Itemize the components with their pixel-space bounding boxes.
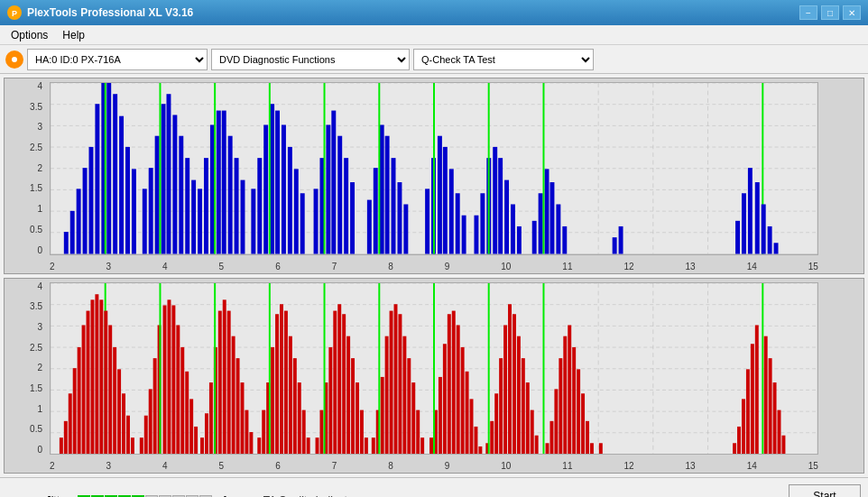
svg-rect-66 — [282, 124, 286, 253]
svg-rect-200 — [302, 410, 306, 454]
svg-rect-82 — [385, 136, 390, 254]
svg-rect-100 — [504, 180, 509, 254]
svg-rect-264 — [586, 420, 589, 454]
svg-rect-194 — [275, 314, 279, 454]
svg-rect-231 — [439, 376, 442, 454]
svg-rect-183 — [227, 310, 231, 454]
svg-rect-203 — [319, 410, 323, 454]
svg-rect-159 — [122, 393, 125, 454]
svg-rect-275 — [769, 358, 772, 454]
svg-rect-111 — [619, 226, 623, 254]
svg-rect-214 — [365, 437, 368, 454]
svg-rect-99 — [498, 158, 503, 253]
svg-rect-225 — [411, 382, 415, 454]
title-bar: P PlexTools Professional XL V3.16 − □ ✕ — [0, 0, 868, 25]
svg-rect-107 — [549, 182, 554, 253]
svg-rect-146 — [69, 393, 72, 454]
svg-rect-184 — [232, 336, 235, 454]
svg-rect-217 — [381, 376, 384, 454]
svg-rect-172 — [180, 346, 184, 454]
svg-rect-239 — [474, 426, 477, 454]
svg-rect-249 — [517, 336, 521, 454]
svg-rect-79 — [374, 168, 378, 253]
svg-rect-78 — [367, 200, 372, 254]
svg-rect-174 — [189, 399, 193, 454]
svg-rect-72 — [326, 124, 330, 253]
svg-rect-186 — [241, 382, 245, 454]
svg-rect-197 — [289, 336, 292, 454]
svg-rect-220 — [390, 310, 393, 454]
svg-rect-201 — [307, 437, 310, 454]
menu-options[interactable]: Options — [4, 27, 55, 43]
svg-rect-192 — [271, 346, 274, 454]
svg-rect-238 — [470, 399, 474, 454]
svg-rect-43 — [155, 136, 160, 254]
svg-rect-188 — [249, 432, 253, 454]
svg-rect-46 — [166, 94, 171, 253]
svg-rect-109 — [562, 226, 567, 254]
svg-rect-212 — [356, 382, 359, 454]
svg-rect-271 — [751, 344, 754, 454]
svg-rect-97 — [493, 147, 497, 254]
svg-rect-105 — [545, 169, 549, 253]
ta-quality-panel: TA Quality Indicator: Not Good — [263, 494, 360, 498]
minimize-button[interactable]: − — [799, 5, 817, 20]
svg-rect-74 — [331, 111, 336, 254]
svg-rect-91 — [449, 169, 454, 253]
svg-rect-177 — [205, 413, 208, 454]
metrics-left: Jitter: 4 Peak Shift: — [7, 494, 227, 498]
drive-select[interactable]: HA:0 ID:0 PX-716A — [27, 49, 208, 70]
svg-rect-158 — [117, 369, 121, 454]
svg-rect-253 — [535, 435, 539, 454]
svg-rect-181 — [218, 310, 222, 454]
svg-rect-277 — [778, 410, 781, 454]
svg-rect-30 — [77, 189, 81, 253]
svg-rect-65 — [275, 111, 280, 254]
svg-rect-276 — [773, 382, 777, 454]
test-select[interactable]: Q-Check TA Test — [413, 49, 594, 70]
svg-rect-278 — [781, 435, 785, 454]
svg-rect-246 — [503, 325, 507, 454]
svg-rect-51 — [198, 189, 202, 253]
svg-rect-31 — [83, 168, 88, 253]
svg-rect-28 — [64, 232, 69, 253]
svg-rect-62 — [263, 124, 268, 253]
svg-rect-75 — [337, 136, 342, 254]
svg-rect-48 — [179, 136, 183, 254]
svg-rect-54 — [217, 111, 221, 254]
svg-rect-175 — [194, 426, 198, 454]
svg-rect-170 — [171, 305, 175, 454]
svg-rect-199 — [298, 382, 301, 454]
maximize-button[interactable]: □ — [821, 5, 839, 20]
svg-rect-49 — [185, 158, 189, 253]
svg-point-3 — [12, 57, 17, 62]
svg-rect-219 — [385, 336, 389, 454]
svg-rect-80 — [380, 124, 384, 253]
menu-help[interactable]: Help — [55, 27, 92, 43]
function-select[interactable]: DVD Diagnostic Functions — [211, 49, 410, 70]
svg-rect-173 — [185, 371, 189, 454]
svg-rect-248 — [512, 314, 516, 454]
svg-rect-205 — [328, 346, 332, 454]
svg-rect-208 — [337, 304, 341, 454]
svg-rect-114 — [748, 168, 753, 253]
title-left: P PlexTools Professional XL V3.16 — [7, 5, 193, 20]
svg-rect-60 — [251, 189, 255, 253]
svg-rect-236 — [461, 346, 465, 454]
drive-icon — [5, 51, 23, 69]
svg-rect-196 — [284, 310, 288, 454]
top-y-axis: 4 3.5 3 2.5 2 1.5 1 0.5 0 — [5, 82, 46, 255]
svg-rect-245 — [499, 358, 503, 454]
bottom-chart-wrapper: 4 3.5 3 2.5 2 1.5 1 0.5 0 — [4, 278, 864, 474]
svg-rect-226 — [416, 410, 420, 454]
svg-rect-76 — [344, 158, 348, 253]
close-button[interactable]: ✕ — [843, 5, 861, 20]
start-button[interactable]: Start — [789, 484, 861, 498]
svg-rect-202 — [316, 437, 319, 454]
svg-rect-270 — [746, 369, 750, 454]
svg-rect-235 — [457, 325, 460, 454]
svg-rect-234 — [452, 310, 456, 454]
svg-rect-150 — [87, 310, 90, 454]
svg-rect-151 — [90, 299, 94, 454]
svg-rect-41 — [143, 189, 147, 253]
